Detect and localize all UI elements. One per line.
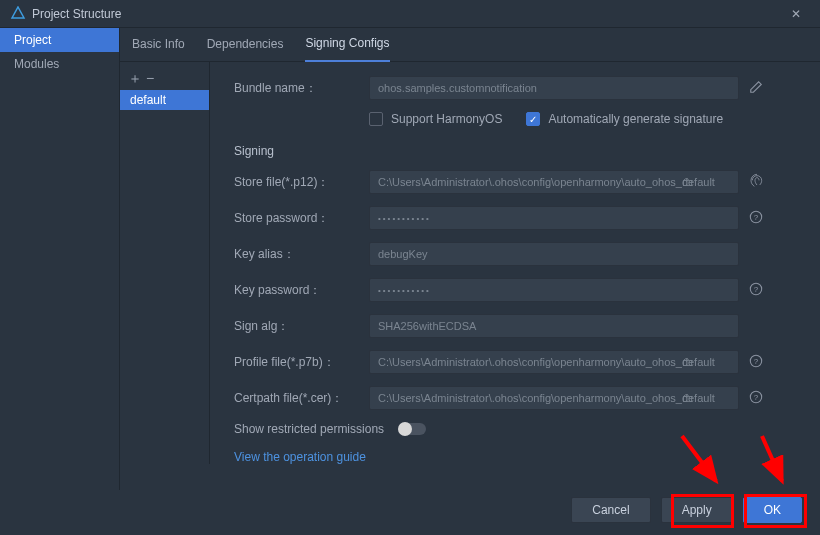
sidebar-item-label: Project bbox=[14, 33, 51, 47]
certpath-file-label: Certpath file(*.cer)： bbox=[234, 390, 369, 407]
auto-signature-checkbox[interactable]: ✓ bbox=[526, 112, 540, 126]
folder-icon[interactable]: 🗀 bbox=[682, 355, 694, 369]
help-icon[interactable]: ? bbox=[749, 390, 763, 407]
svg-text:?: ? bbox=[754, 284, 759, 293]
sign-alg-input[interactable] bbox=[369, 314, 739, 338]
help-icon[interactable]: ? bbox=[749, 354, 763, 371]
sign-alg-label: Sign alg： bbox=[234, 318, 369, 335]
profile-file-label: Profile file(*.p7b)： bbox=[234, 354, 369, 371]
cancel-button[interactable]: Cancel bbox=[571, 497, 650, 523]
signing-heading: Signing bbox=[234, 144, 800, 158]
sidebar-item-modules[interactable]: Modules bbox=[0, 52, 119, 76]
config-item-default[interactable]: default bbox=[120, 90, 209, 110]
dialog-title: Project Structure bbox=[32, 7, 782, 21]
apply-button[interactable]: Apply bbox=[661, 497, 733, 523]
sidebar: Project Modules bbox=[0, 28, 120, 490]
svg-text:?: ? bbox=[754, 356, 759, 365]
close-icon[interactable]: ✕ bbox=[782, 0, 810, 28]
auto-signature-label: Automatically generate signature bbox=[548, 112, 723, 126]
fingerprint-icon[interactable] bbox=[749, 173, 765, 192]
key-password-input[interactable] bbox=[369, 278, 739, 302]
restricted-permissions-toggle[interactable] bbox=[398, 423, 426, 435]
folder-icon[interactable]: 🗀 bbox=[682, 175, 694, 189]
sidebar-item-project[interactable]: Project bbox=[0, 28, 119, 52]
store-password-label: Store password： bbox=[234, 210, 369, 227]
edit-icon[interactable] bbox=[749, 80, 763, 97]
key-alias-label: Key alias： bbox=[234, 246, 369, 263]
operation-guide-link[interactable]: View the operation guide bbox=[234, 450, 800, 464]
app-logo-icon bbox=[10, 6, 26, 22]
svg-text:?: ? bbox=[754, 212, 759, 221]
key-alias-input[interactable] bbox=[369, 242, 739, 266]
bundle-name-label: Bundle name： bbox=[234, 80, 369, 97]
store-file-label: Store file(*.p12)： bbox=[234, 174, 369, 191]
support-harmonyos-checkbox[interactable] bbox=[369, 112, 383, 126]
add-config-button[interactable]: ＋ − bbox=[128, 70, 154, 86]
svg-text:?: ? bbox=[754, 392, 759, 401]
store-password-input[interactable] bbox=[369, 206, 739, 230]
support-harmonyos-label: Support HarmonyOS bbox=[391, 112, 502, 126]
folder-icon[interactable]: 🗀 bbox=[682, 391, 694, 405]
ok-button[interactable]: OK bbox=[743, 497, 802, 523]
bundle-name-input[interactable] bbox=[369, 76, 739, 100]
tab-dependencies[interactable]: Dependencies bbox=[207, 29, 284, 61]
tab-basic-info[interactable]: Basic Info bbox=[132, 29, 185, 61]
help-icon[interactable]: ? bbox=[749, 282, 763, 299]
config-list: ＋ − default bbox=[120, 62, 210, 464]
help-icon[interactable]: ? bbox=[749, 210, 763, 227]
sidebar-item-label: Modules bbox=[14, 57, 59, 71]
key-password-label: Key password： bbox=[234, 282, 369, 299]
restricted-permissions-label: Show restricted permissions bbox=[234, 422, 384, 436]
tab-signing-configs[interactable]: Signing Configs bbox=[305, 28, 389, 62]
tabs: Basic Info Dependencies Signing Configs bbox=[120, 28, 820, 62]
